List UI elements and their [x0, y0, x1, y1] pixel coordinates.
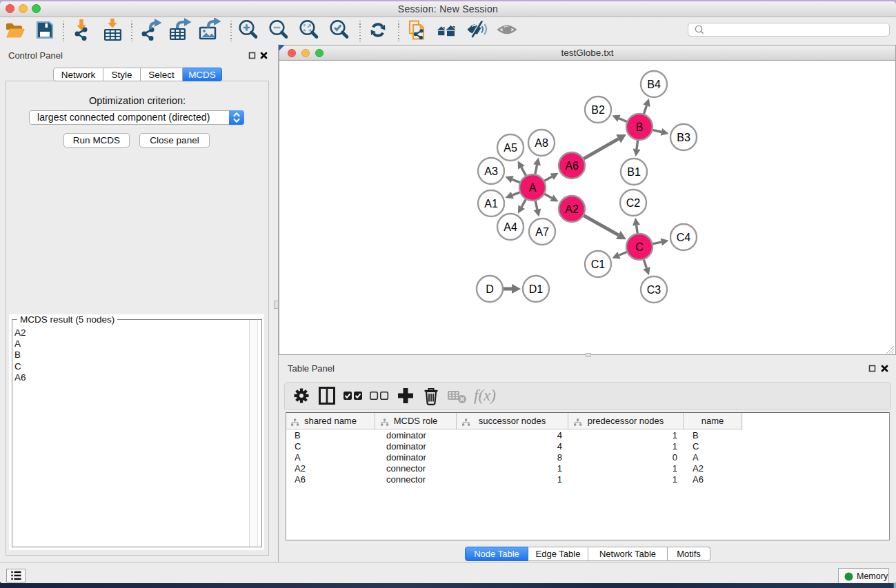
svg-text:D: D: [486, 283, 494, 295]
svg-text:B3: B3: [677, 132, 690, 143]
svg-text:B4: B4: [647, 79, 661, 90]
svg-text:C4: C4: [677, 232, 691, 243]
svg-text:A1: A1: [484, 198, 498, 210]
svg-text:B: B: [636, 121, 644, 133]
svg-text:A7: A7: [535, 226, 549, 238]
svg-text:B2: B2: [591, 104, 605, 116]
svg-text:A4: A4: [504, 221, 517, 233]
svg-text:A8: A8: [535, 137, 548, 149]
svg-text:C: C: [635, 241, 644, 253]
svg-text:B1: B1: [627, 166, 641, 178]
svg-text:C2: C2: [626, 197, 641, 209]
svg-text:A: A: [529, 182, 537, 194]
svg-text:D1: D1: [529, 283, 544, 295]
svg-text:A5: A5: [504, 142, 517, 154]
svg-text:A6: A6: [565, 160, 579, 172]
svg-text:A2: A2: [565, 203, 579, 215]
svg-text:C3: C3: [647, 284, 661, 296]
svg-text:A3: A3: [484, 165, 498, 177]
svg-text:C1: C1: [591, 258, 606, 270]
